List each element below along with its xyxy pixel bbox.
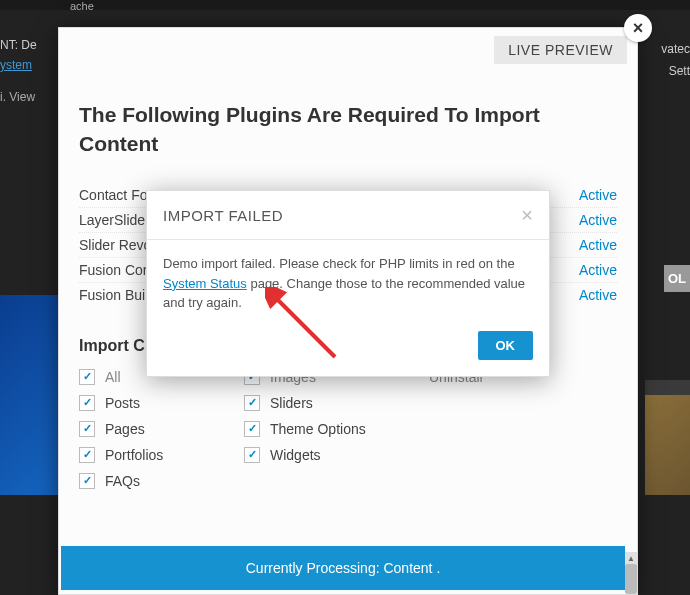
progress-bar: Currently Processing: Content . (61, 546, 625, 590)
bg-card-right (645, 395, 690, 495)
system-status-link[interactable]: System Status (163, 276, 247, 291)
modal-title: The Following Plugins Are Required To Im… (79, 100, 617, 159)
checkbox-icon[interactable] (79, 473, 95, 489)
ok-button[interactable]: OK (478, 331, 534, 360)
checkbox-item-widgets[interactable]: Widgets (244, 447, 399, 463)
checkbox-item-portfolios[interactable]: Portfolios (79, 447, 234, 463)
checkbox-label: Posts (105, 395, 140, 411)
checkbox-label: FAQs (105, 473, 140, 489)
checkbox-item-pages[interactable]: Pages (79, 421, 234, 437)
plugin-status-link[interactable]: Active (579, 187, 617, 203)
bg-text: i. View (0, 90, 35, 104)
bg-card-left (0, 295, 60, 495)
close-button[interactable]: × (624, 14, 652, 42)
checkbox-label: Widgets (270, 447, 321, 463)
checkbox-item-faqs[interactable]: FAQs (79, 473, 234, 489)
checkbox-grid: All Posts Pages Portfolios FAQs Images S… (79, 369, 617, 489)
bg-text: NT: De (0, 38, 37, 52)
bg-text: Sett (669, 64, 690, 78)
dialog-body: Demo import failed. Please check for PHP… (147, 240, 549, 331)
checkbox-icon[interactable] (79, 447, 95, 463)
bg-link[interactable]: ystem (0, 58, 32, 72)
plugin-status-link[interactable]: Active (579, 212, 617, 228)
checkbox-icon[interactable] (79, 369, 95, 385)
checkbox-item-theme-options[interactable]: Theme Options (244, 421, 399, 437)
plugin-name: LayerSlide (79, 212, 145, 228)
checkbox-item-posts[interactable]: Posts (79, 395, 234, 411)
checkbox-label: Portfolios (105, 447, 163, 463)
dialog-title: IMPORT FAILED (163, 207, 283, 224)
plugin-name: Fusion Cor (79, 262, 147, 278)
plugin-status-link[interactable]: Active (579, 237, 617, 253)
checkbox-label: Sliders (270, 395, 313, 411)
scrollbar-thumb[interactable] (625, 564, 637, 594)
checkbox-icon[interactable] (244, 447, 260, 463)
scroll-up-icon[interactable]: ▲ (625, 552, 637, 564)
checkbox-label: Pages (105, 421, 145, 437)
plugin-status-link[interactable]: Active (579, 262, 617, 278)
bg-badge: OL (664, 265, 690, 292)
bg-top-bar: ache (0, 0, 690, 10)
checkbox-icon[interactable] (244, 421, 260, 437)
import-failed-dialog: IMPORT FAILED × Demo import failed. Plea… (146, 190, 550, 377)
checkbox-icon[interactable] (79, 395, 95, 411)
checkbox-label: Theme Options (270, 421, 366, 437)
live-preview-button[interactable]: LIVE PREVIEW (494, 36, 627, 64)
checkbox-label: All (105, 369, 121, 385)
dialog-close-icon[interactable]: × (521, 205, 533, 225)
plugin-name: Slider Revo (79, 237, 151, 253)
checkbox-icon[interactable] (244, 395, 260, 411)
checkbox-icon[interactable] (79, 421, 95, 437)
plugin-name: Fusion Bui (79, 287, 145, 303)
plugin-status-link[interactable]: Active (579, 287, 617, 303)
bg-text: vatec (661, 42, 690, 56)
checkbox-item-sliders[interactable]: Sliders (244, 395, 399, 411)
dialog-text-before: Demo import failed. Please check for PHP… (163, 256, 515, 271)
